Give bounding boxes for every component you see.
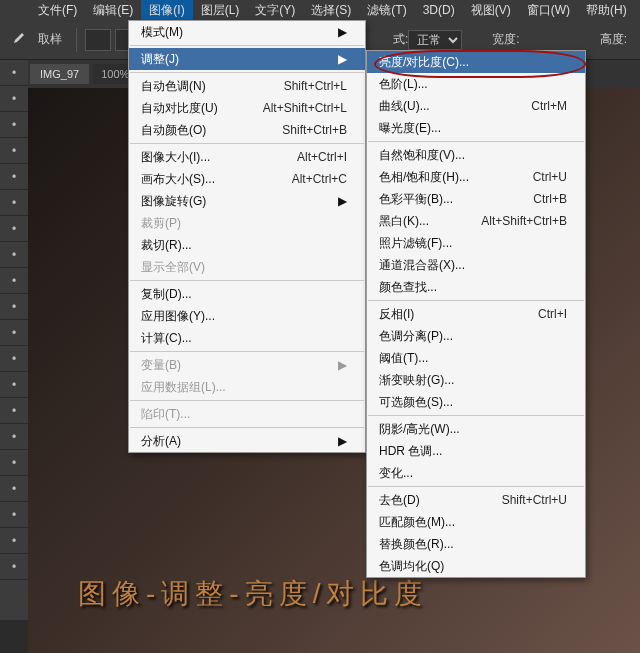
tool-slot[interactable]: •: [0, 476, 28, 502]
menu-item[interactable]: 色相/饱和度(H)...Ctrl+U: [367, 166, 585, 188]
tool-slot[interactable]: •: [0, 242, 28, 268]
document-tab[interactable]: IMG_97: [30, 64, 89, 84]
menu-item[interactable]: 视图(V): [463, 0, 519, 21]
tool-slot[interactable]: •: [0, 60, 28, 86]
menu-item[interactable]: 曝光度(E)...: [367, 117, 585, 139]
menu-item-label: 颜色查找...: [379, 279, 567, 296]
menu-item[interactable]: 窗口(W): [519, 0, 578, 21]
menu-item[interactable]: 自动颜色(O)Shift+Ctrl+B: [129, 119, 365, 141]
menu-item[interactable]: 复制(D)...: [129, 283, 365, 305]
menu-item[interactable]: 自动色调(N)Shift+Ctrl+L: [129, 75, 365, 97]
menu-item[interactable]: 去色(D)Shift+Ctrl+U: [367, 489, 585, 511]
tool-slot[interactable]: •: [0, 164, 28, 190]
menu-item[interactable]: 替换颜色(R)...: [367, 533, 585, 555]
tool-slot[interactable]: •: [0, 450, 28, 476]
tool-slot[interactable]: •: [0, 424, 28, 450]
menu-item-label: 色阶(L)...: [379, 76, 567, 93]
menu-item[interactable]: 计算(C)...: [129, 327, 365, 349]
menu-item-label: 应用图像(Y)...: [141, 308, 347, 325]
menu-item-label: 反相(I): [379, 306, 508, 323]
menu-item[interactable]: 图像旋转(G)▶: [129, 190, 365, 212]
menu-item[interactable]: 阈值(T)...: [367, 347, 585, 369]
menu-item[interactable]: 调整(J)▶: [129, 48, 365, 70]
tool-slot[interactable]: •: [0, 372, 28, 398]
menu-item[interactable]: 应用图像(Y)...: [129, 305, 365, 327]
menu-item[interactable]: 照片滤镜(F)...: [367, 232, 585, 254]
menu-item-label: 变化...: [379, 465, 567, 482]
menu-separator: [368, 141, 584, 142]
tool-slot[interactable]: •: [0, 112, 28, 138]
menu-item[interactable]: 色阶(L)...: [367, 73, 585, 95]
menu-item[interactable]: 亮度/对比度(C)...: [367, 51, 585, 73]
menu-item-label: 曝光度(E)...: [379, 120, 567, 137]
sample-label: 取样: [38, 31, 62, 48]
menu-item[interactable]: 分析(A)▶: [129, 430, 365, 452]
tool-slot[interactable]: •: [0, 398, 28, 424]
menu-item[interactable]: 色调分离(P)...: [367, 325, 585, 347]
menu-item[interactable]: 自然饱和度(V)...: [367, 144, 585, 166]
menu-item[interactable]: 匹配颜色(M)...: [367, 511, 585, 533]
menu-item[interactable]: 自动对比度(U)Alt+Shift+Ctrl+L: [129, 97, 365, 119]
tool-slot[interactable]: •: [0, 502, 28, 528]
blend-mode-select[interactable]: 正常: [408, 30, 462, 50]
menu-item[interactable]: 编辑(E): [85, 0, 141, 21]
menu-item-label: 变量(B): [141, 357, 320, 374]
menu-item[interactable]: 变化...: [367, 462, 585, 484]
menu-item[interactable]: HDR 色调...: [367, 440, 585, 462]
tool-slot[interactable]: •: [0, 216, 28, 242]
menu-item[interactable]: 图像(I): [141, 0, 192, 21]
menu-item[interactable]: 图像大小(I)...Alt+Ctrl+I: [129, 146, 365, 168]
tool-slot[interactable]: •: [0, 554, 28, 580]
menu-item-label: 色调均化(Q): [379, 558, 567, 575]
tool-slot[interactable]: •: [0, 138, 28, 164]
menu-item-label: 显示全部(V): [141, 259, 347, 276]
menu-shortcut: Shift+Ctrl+U: [502, 493, 567, 507]
menu-shortcut: Shift+Ctrl+B: [282, 123, 347, 137]
menu-item[interactable]: 3D(D): [415, 1, 463, 19]
menu-item[interactable]: 可选颜色(S)...: [367, 391, 585, 413]
menu-item[interactable]: 模式(M)▶: [129, 21, 365, 43]
menu-item[interactable]: 裁切(R)...: [129, 234, 365, 256]
menu-item[interactable]: 颜色查找...: [367, 276, 585, 298]
menu-item[interactable]: 反相(I)Ctrl+I: [367, 303, 585, 325]
menu-separator: [130, 280, 364, 281]
menu-item[interactable]: 通道混合器(X)...: [367, 254, 585, 276]
menu-item-label: 替换颜色(R)...: [379, 536, 567, 553]
menu-item[interactable]: 阴影/高光(W)...: [367, 418, 585, 440]
submenu-arrow-icon: ▶: [338, 25, 347, 39]
swatch-box[interactable]: [85, 29, 111, 51]
menu-separator: [368, 486, 584, 487]
menu-item[interactable]: 画布大小(S)...Alt+Ctrl+C: [129, 168, 365, 190]
menu-item[interactable]: 图层(L): [193, 0, 248, 21]
menu-separator: [130, 45, 364, 46]
menu-separator: [130, 351, 364, 352]
tool-slot[interactable]: •: [0, 190, 28, 216]
menu-item-label: 可选颜色(S)...: [379, 394, 567, 411]
menu-item[interactable]: 滤镜(T): [359, 0, 414, 21]
eyedropper-icon: [8, 31, 26, 49]
tool-slot[interactable]: •: [0, 268, 28, 294]
menu-item-label: 照片滤镜(F)...: [379, 235, 567, 252]
image-menu: 模式(M)▶调整(J)▶自动色调(N)Shift+Ctrl+L自动对比度(U)A…: [128, 20, 366, 453]
tool-slot[interactable]: •: [0, 320, 28, 346]
menu-item[interactable]: 渐变映射(G)...: [367, 369, 585, 391]
menu-item[interactable]: 曲线(U)...Ctrl+M: [367, 95, 585, 117]
menu-item[interactable]: 帮助(H): [578, 0, 635, 21]
tool-slot[interactable]: •: [0, 528, 28, 554]
menu-item[interactable]: 黑白(K)...Alt+Shift+Ctrl+B: [367, 210, 585, 232]
menu-item[interactable]: 文字(Y): [247, 0, 303, 21]
menu-item-label: 画布大小(S)...: [141, 171, 262, 188]
menu-item[interactable]: 文件(F): [30, 0, 85, 21]
submenu-arrow-icon: ▶: [338, 52, 347, 66]
tool-slot[interactable]: •: [0, 294, 28, 320]
menu-item-label: 自动颜色(O): [141, 122, 252, 139]
menu-item[interactable]: 色彩平衡(B)...Ctrl+B: [367, 188, 585, 210]
menu-item[interactable]: 色调均化(Q): [367, 555, 585, 577]
menu-item-label: 裁切(R)...: [141, 237, 347, 254]
tool-slot[interactable]: •: [0, 86, 28, 112]
menu-item-label: 陷印(T)...: [141, 406, 347, 423]
menu-separator: [130, 72, 364, 73]
submenu-arrow-icon: ▶: [338, 358, 347, 372]
menu-item[interactable]: 选择(S): [303, 0, 359, 21]
tool-slot[interactable]: •: [0, 346, 28, 372]
